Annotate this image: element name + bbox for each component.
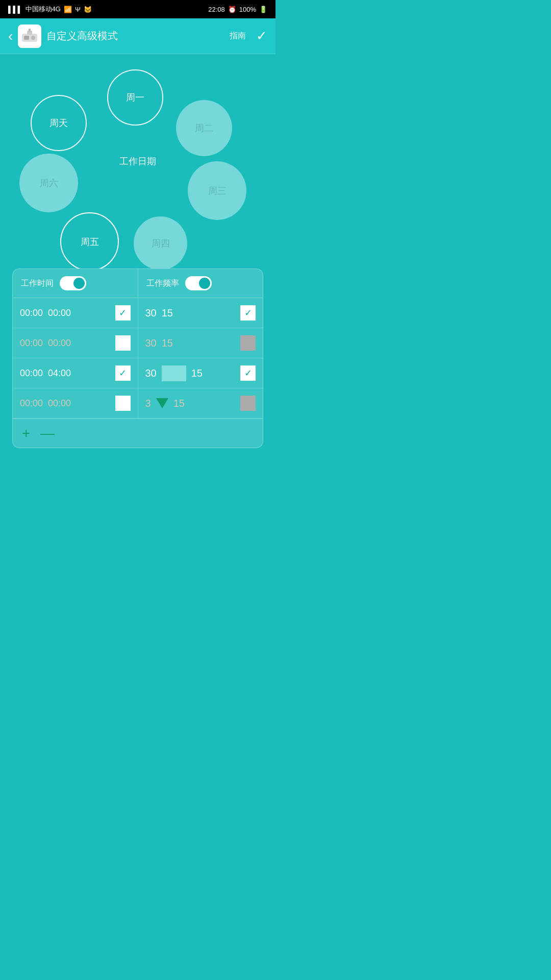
- day-monday[interactable]: 周一: [107, 69, 163, 126]
- freq-num2-1[interactable]: 15: [162, 307, 173, 319]
- work-time-header: 工作时间: [13, 269, 138, 298]
- add-button[interactable]: +: [22, 426, 30, 440]
- remove-button[interactable]: —: [40, 426, 55, 440]
- day-thursday[interactable]: 周四: [134, 216, 187, 268]
- usb-icon: Ψ: [75, 6, 81, 13]
- time-cell-left-2: 00:00 00:00: [13, 328, 138, 358]
- work-time-label: 工作时间: [21, 278, 54, 289]
- day-sunday[interactable]: 周天: [31, 95, 87, 151]
- time-check-2[interactable]: [115, 335, 131, 351]
- time-start-4[interactable]: 00:00: [20, 398, 43, 409]
- day-friday[interactable]: 周五: [60, 212, 119, 268]
- time-start-1[interactable]: 00:00: [20, 308, 43, 318]
- freq-cell-right-4: 3 15: [138, 388, 263, 418]
- work-freq-label: 工作频率: [146, 278, 179, 289]
- signal-icon: ▌▌▌: [8, 6, 22, 13]
- work-time-toggle[interactable]: [60, 276, 86, 290]
- wifi-icon: 📶: [64, 6, 72, 13]
- work-date-label: 工作日期: [119, 155, 156, 167]
- svg-point-2: [31, 36, 35, 40]
- days-section: 周一 周二 周天 工作日期 周六 周三 周五 周四: [0, 54, 276, 268]
- time-end-4[interactable]: 00:00: [48, 398, 71, 409]
- time-check-1[interactable]: ✓: [115, 305, 131, 321]
- day-wednesday[interactable]: 周三: [188, 161, 246, 220]
- cat-icon: 🐱: [84, 6, 92, 13]
- freq-num1-2[interactable]: 30: [145, 337, 157, 349]
- status-left: ▌▌▌ 中国移动4G 📶 Ψ 🐱: [8, 5, 92, 14]
- carrier-text: 中国移动4G: [26, 5, 61, 14]
- table-row: 00:00 00:00 ✓ 30 15 ✓: [13, 298, 263, 328]
- time-start-3[interactable]: 00:00: [20, 368, 43, 379]
- caret-indicator: [156, 398, 168, 408]
- svg-rect-4: [29, 29, 31, 32]
- freq-num1-3[interactable]: 30: [145, 368, 157, 379]
- page-title: 自定义高级模式: [46, 29, 230, 43]
- battery-text: 100%: [239, 6, 256, 13]
- time-end-1[interactable]: 00:00: [48, 308, 71, 318]
- freq-num1-4[interactable]: 3: [145, 398, 151, 409]
- back-button[interactable]: ‹: [8, 28, 13, 44]
- time-start-2[interactable]: 00:00: [20, 338, 43, 349]
- status-right: 22:08 ⏰ 100% 🔋: [208, 6, 267, 13]
- freq-num2-3[interactable]: 15: [191, 368, 203, 379]
- freq-cell-right-1: 30 15 ✓: [138, 298, 263, 328]
- confirm-button[interactable]: ✓: [256, 28, 267, 44]
- time-cell-left-3: 00:00 04:00 ✓: [13, 358, 138, 388]
- freq-check-3[interactable]: ✓: [240, 365, 256, 381]
- freq-num2-2[interactable]: 15: [162, 337, 173, 349]
- freq-cell-right-3: 30 15 ✓: [138, 358, 263, 388]
- freq-check-1[interactable]: ✓: [240, 305, 256, 321]
- time-check-4[interactable]: [115, 396, 131, 411]
- svg-rect-1: [24, 36, 29, 40]
- device-icon: [18, 24, 41, 48]
- day-saturday[interactable]: 周六: [19, 154, 78, 212]
- alarm-icon: ⏰: [228, 6, 236, 13]
- time-end-2[interactable]: 00:00: [48, 338, 71, 349]
- table-row: 00:00 00:00 30 15: [13, 328, 263, 358]
- freq-check-4[interactable]: [240, 396, 256, 411]
- table-row: 00:00 00:00 3 15: [13, 388, 263, 419]
- add-remove-row: + —: [13, 419, 263, 448]
- battery-icon: 🔋: [259, 6, 267, 13]
- table-row: 00:00 04:00 ✓ 30 15 ✓: [13, 358, 263, 388]
- freq-num2-4[interactable]: 15: [173, 398, 185, 409]
- schedule-table: 工作时间 工作频率 00:00 00:00 ✓ 30 15 ✓: [12, 268, 263, 448]
- header: ‹ 自定义高级模式 指南 ✓: [0, 18, 276, 54]
- day-tuesday[interactable]: 周二: [176, 100, 232, 156]
- guide-button[interactable]: 指南: [230, 31, 246, 41]
- time-text: 22:08: [208, 6, 225, 13]
- freq-num1-1[interactable]: 30: [145, 307, 157, 319]
- freq-cell-right-2: 30 15: [138, 328, 263, 358]
- freq-highlight-input[interactable]: [162, 365, 186, 381]
- work-freq-toggle[interactable]: [185, 276, 212, 290]
- time-check-3[interactable]: ✓: [115, 365, 131, 381]
- time-cell-left-1: 00:00 00:00 ✓: [13, 298, 138, 328]
- time-end-3[interactable]: 04:00: [48, 368, 71, 379]
- table-header: 工作时间 工作频率: [13, 269, 263, 298]
- work-freq-header: 工作频率: [138, 269, 263, 298]
- status-bar: ▌▌▌ 中国移动4G 📶 Ψ 🐱 22:08 ⏰ 100% 🔋: [0, 0, 276, 18]
- freq-check-2[interactable]: [240, 335, 256, 351]
- time-cell-left-4: 00:00 00:00: [13, 388, 138, 418]
